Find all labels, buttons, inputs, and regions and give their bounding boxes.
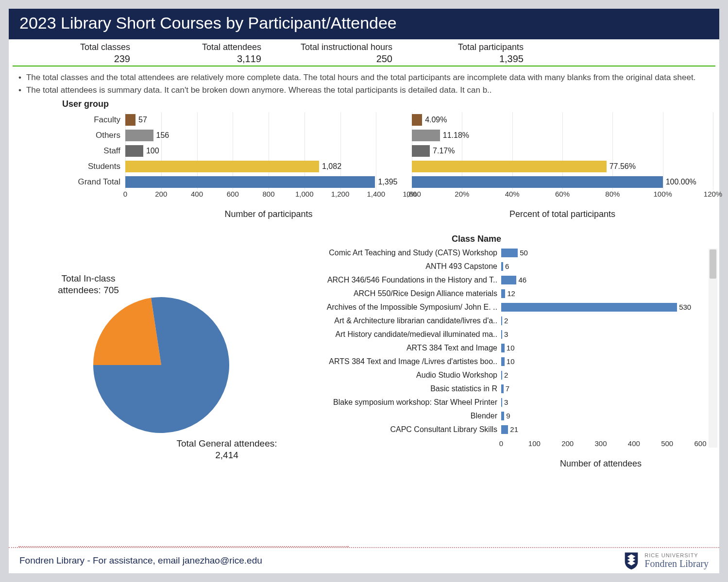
kpi-col: Total classes239 (13, 42, 144, 65)
bar-value: 50 (518, 249, 528, 257)
bar[interactable] (412, 114, 422, 126)
user-group-charts: Faculty57Others156Staff100Students1,082G… (9, 112, 714, 219)
bar-value: 2 (502, 316, 508, 325)
bar-value: 57 (135, 114, 147, 126)
axis-tick: 200 (561, 439, 574, 448)
class-row[interactable]: Archives of the Impossible Symposium/ Jo… (292, 300, 717, 314)
bar[interactable] (412, 161, 607, 172)
axis-tick: 400 (191, 190, 203, 198)
bar[interactable] (501, 303, 677, 312)
axis-tick: 80% (605, 190, 620, 198)
user-group-label: Staff (9, 146, 125, 156)
bar-value: 12 (505, 289, 515, 298)
axis-tick: 400 (628, 439, 640, 448)
axis-tick: 1,000 (295, 190, 314, 198)
user-group-label: Faculty (9, 115, 125, 125)
note-line: The total attendees is summary data. It … (18, 84, 710, 97)
user-group-row[interactable]: Faculty57 (9, 112, 412, 128)
bar[interactable] (501, 289, 505, 298)
bar[interactable] (501, 425, 508, 434)
bar-value: 46 (516, 276, 526, 284)
axis-tick: 600 (227, 190, 239, 198)
class-row[interactable]: ARTS 384 Text and Image10 (292, 341, 717, 355)
bar[interactable] (125, 114, 135, 126)
axis-tick: 0 (499, 439, 503, 448)
user-group-label: Students (9, 162, 125, 171)
pie-chart[interactable]: Total In-class attendees: 705 Total Gene… (11, 234, 292, 477)
bar-value: 4.09% (422, 114, 447, 126)
bar-value: 100.00% (663, 176, 696, 188)
axis-tick: 1,400 (367, 190, 385, 198)
kpi-value: 250 (275, 53, 392, 65)
kpi-label: Total attendees (144, 42, 261, 53)
class-label: CAPC Consultant Library Skills (292, 425, 501, 434)
axis-tick: 20% (455, 190, 469, 198)
bar[interactable] (412, 130, 440, 141)
class-label: ARTS 384 Text and Image /Livres d'artist… (292, 357, 501, 366)
user-group-row[interactable]: Staff100 (9, 143, 412, 159)
notes-block: The total classes and the total attendee… (9, 67, 719, 99)
class-label: Audio Studio Workshop (292, 371, 501, 380)
class-label: Art & Architecture librarian candidate/l… (292, 316, 501, 325)
shield-icon (623, 551, 640, 570)
bar[interactable] (501, 357, 505, 366)
class-row[interactable]: ARTS 384 Text and Image /Livres d'artist… (292, 355, 717, 368)
user-group-pct-row[interactable]: 4.09% (412, 112, 714, 128)
axis-tick: 60% (555, 190, 570, 198)
class-row[interactable]: Blender9 (292, 409, 717, 423)
class-row[interactable]: CAPC Consultant Library Skills21 (292, 423, 717, 436)
bar[interactable] (412, 145, 430, 157)
bar-value: 1,082 (319, 161, 341, 172)
class-chart[interactable]: Class Name Comic Art Teaching and Study … (292, 234, 717, 477)
class-row[interactable]: ARCH 550/Rice Design Alliance materials1… (292, 287, 717, 300)
user-group-pct-row[interactable]: 7.17% (412, 143, 714, 159)
bar[interactable] (125, 145, 143, 157)
bar-value: 10 (505, 357, 515, 366)
bar[interactable] (501, 276, 516, 284)
user-group-label: Others (9, 131, 125, 140)
user-group-row[interactable]: Students1,082 (9, 159, 412, 174)
class-row[interactable]: ARCH 346/546 Foundations in the History … (292, 273, 717, 287)
user-group-row[interactable]: Grand Total1,395 (9, 174, 412, 190)
bar[interactable] (125, 161, 319, 172)
class-row[interactable]: Blake symposium workshop: Star Wheel Pri… (292, 396, 717, 409)
user-group-pct-row[interactable]: 77.56% (412, 159, 714, 174)
class-row[interactable]: Audio Studio Workshop2 (292, 368, 717, 382)
bar-value: 2 (502, 371, 508, 380)
note-line: The total classes and the total attendee… (18, 71, 710, 84)
bar-value: 6 (503, 262, 509, 271)
bar[interactable] (125, 176, 375, 188)
user-group-row[interactable]: Others156 (9, 128, 412, 143)
kpi-col: Total instructional hours250 (275, 42, 406, 65)
class-row[interactable]: Comic Art Teaching and Study (CATS) Work… (292, 246, 717, 260)
class-scrollbar[interactable] (709, 249, 717, 448)
scrollbar-thumb[interactable] (710, 249, 716, 279)
dashboard-panel: 2023 Library Short Courses by Participan… (9, 9, 719, 573)
class-label: Blender (292, 412, 501, 420)
class-label: ARCH 346/546 Foundations in the History … (292, 276, 501, 284)
kpi-col: Total participants1,395 (406, 42, 537, 65)
user-group-label: Grand Total (9, 177, 125, 187)
class-row[interactable]: ANTH 493 Capstone6 (292, 260, 717, 273)
pie-slice-inclass[interactable] (93, 298, 161, 365)
bar[interactable] (125, 130, 153, 141)
axis-tick: 1,200 (331, 190, 350, 198)
bar-value: 77.56% (607, 161, 636, 172)
class-label: Blake symposium workshop: Star Wheel Pri… (292, 398, 501, 407)
kpi-value: 3,119 (144, 53, 261, 65)
axis-tick: 600 (694, 439, 706, 448)
user-group-pct-row[interactable]: 11.18% (412, 128, 714, 143)
bar[interactable] (412, 176, 663, 188)
logo-univ: RICE UNIVERSITY (644, 552, 709, 558)
page-title: 2023 Library Short Courses by Participan… (9, 9, 719, 39)
class-row[interactable]: Basic statistics in R7 (292, 382, 717, 396)
bar[interactable] (501, 249, 518, 257)
class-row[interactable]: Art History candidate/medieval illuminat… (292, 328, 717, 341)
user-group-pct-row[interactable]: 100.00% (412, 174, 714, 190)
class-label: Comic Art Teaching and Study (CATS) Work… (292, 249, 501, 257)
class-row[interactable]: Art & Architecture librarian candidate/l… (292, 314, 717, 328)
bar[interactable] (501, 344, 505, 352)
bar-value: 7 (504, 384, 509, 393)
fondren-logo: RICE UNIVERSITY Fondren Library (623, 551, 709, 570)
axis-tick: 100% (653, 190, 672, 198)
